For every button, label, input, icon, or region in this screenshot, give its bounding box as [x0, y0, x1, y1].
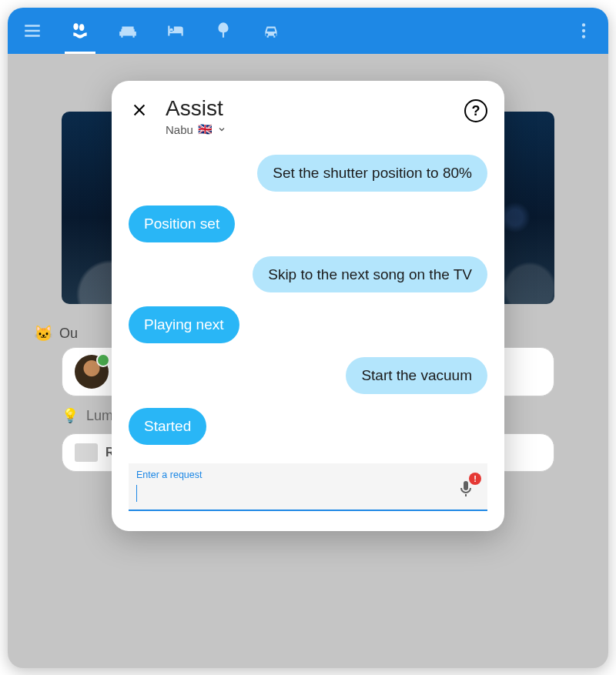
- chat-bubble-assistant: Position set: [129, 206, 235, 242]
- input-label: Enter a request: [136, 469, 480, 480]
- presence-heading-text: Ou: [59, 326, 78, 342]
- dialog-title: Assist: [166, 96, 449, 121]
- chevron-down-icon: [217, 123, 226, 136]
- close-icon[interactable]: [129, 99, 150, 121]
- chat-bubble-assistant: Started: [129, 408, 206, 445]
- app-window: 🐱 Ou 💡 Lumières Rez-de-Chaussée Chambre: [8, 8, 608, 668]
- tab-bedroom-bed-icon[interactable]: [159, 14, 192, 48]
- menu-icon[interactable]: [15, 14, 49, 48]
- svg-point-4: [582, 29, 585, 32]
- tab-car-icon[interactable]: [254, 14, 288, 48]
- tab-living-sofa-icon[interactable]: [111, 14, 145, 48]
- chat-bubble-user: Start the vacuum: [346, 357, 487, 394]
- svg-point-5: [582, 35, 585, 38]
- flag-icon: 🇬🇧: [198, 122, 213, 136]
- assistant-name: Nabu: [166, 123, 193, 136]
- svg-point-3: [582, 23, 585, 26]
- top-toolbar: [8, 8, 608, 54]
- overflow-menu-icon[interactable]: [567, 14, 601, 48]
- request-input[interactable]: [136, 480, 480, 497]
- tab-outdoor-tree-icon[interactable]: [206, 14, 240, 48]
- cat-emoji-icon: 🐱: [34, 324, 53, 343]
- chat-bubble-user: Skip to the next song on the TV: [253, 256, 487, 293]
- text-caret: [136, 485, 137, 502]
- assistant-selector[interactable]: Nabu 🇬🇧: [166, 122, 449, 136]
- mic-alert-badge: !: [469, 473, 481, 485]
- room-icon: [75, 443, 98, 462]
- assist-dialog: Assist Nabu 🇬🇧 ? Set the shutter positio…: [112, 81, 504, 531]
- avatar: [75, 355, 109, 389]
- request-input-container[interactable]: Enter a request !: [129, 463, 487, 511]
- dialog-header: Assist Nabu 🇬🇧 ?: [112, 81, 504, 144]
- chat-bubble-assistant: Playing next: [129, 306, 239, 343]
- microphone-icon[interactable]: !: [457, 477, 475, 500]
- tab-home-wave-icon[interactable]: [63, 14, 97, 48]
- chat-messages: Set the shutter position to 80% Position…: [112, 144, 504, 453]
- help-icon[interactable]: ?: [464, 99, 487, 122]
- chat-bubble-user: Set the shutter position to 80%: [257, 155, 487, 192]
- lightbulb-icon: 💡: [62, 407, 79, 424]
